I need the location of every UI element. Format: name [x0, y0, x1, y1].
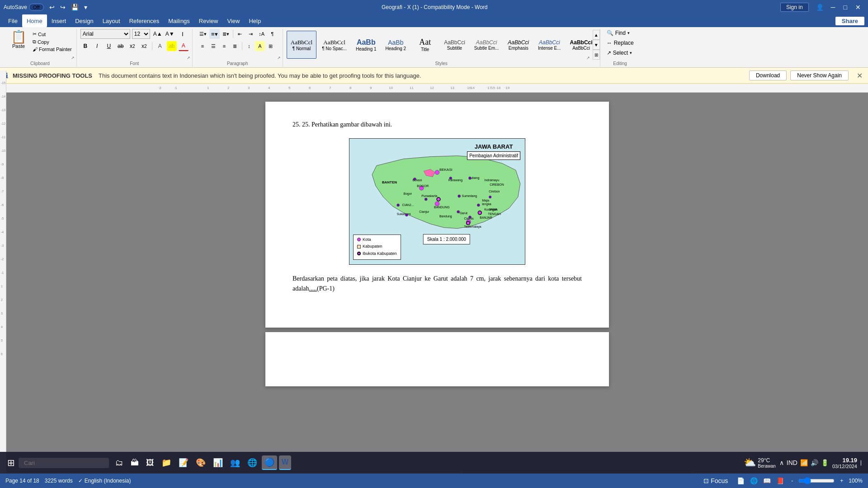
menu-references[interactable]: References: [125, 14, 164, 27]
styles-expand-group-button[interactable]: ↗: [585, 55, 591, 61]
font-family-select[interactable]: Arial: [80, 29, 130, 39]
menu-review[interactable]: Review: [194, 14, 223, 27]
read-mode-button[interactable]: 📖: [761, 476, 773, 485]
align-left-button[interactable]: ≡: [198, 41, 208, 51]
decrease-font-button[interactable]: A▼: [164, 31, 176, 37]
text-effects-button[interactable]: A: [155, 41, 165, 51]
bold-button[interactable]: B: [80, 41, 90, 51]
menu-home[interactable]: Home: [22, 14, 47, 27]
autosave-toggle[interactable]: Off: [29, 4, 43, 11]
taskbar-word[interactable]: W: [279, 455, 291, 470]
decrease-indent-button[interactable]: ⇤: [235, 29, 245, 39]
subscript-button[interactable]: x2: [127, 41, 137, 51]
style-subtle-emphasis[interactable]: AaBbCci Subtle Em...: [471, 31, 502, 59]
select-button[interactable]: ↗ Select ▾: [604, 49, 637, 57]
taskbar-app3[interactable]: 🖼: [143, 455, 157, 470]
find-button[interactable]: 🔍 Find ▾: [604, 29, 637, 37]
taskbar-app5[interactable]: 📝: [176, 455, 191, 470]
style-emphasis[interactable]: AaBbCci Emphasis: [504, 31, 533, 59]
menu-insert[interactable]: Insert: [47, 14, 71, 27]
customize-qat-button[interactable]: ▾: [82, 3, 89, 12]
styles-scroll-up[interactable]: ▲: [593, 30, 596, 40]
clipboard-expand-button[interactable]: ↗: [70, 55, 75, 61]
menu-design[interactable]: Design: [71, 14, 98, 27]
styles-scroll-down[interactable]: ▼: [593, 40, 596, 50]
style-intense-emphasis[interactable]: AaBbCci Intense E...: [534, 31, 565, 59]
bullet-list-button[interactable]: ☰▾: [198, 29, 208, 39]
never-show-button[interactable]: Never Show Again: [790, 70, 849, 80]
taskbar-app4[interactable]: 📁: [159, 455, 174, 470]
clear-formatting-button[interactable]: Ⅰ: [178, 29, 188, 39]
taskbar-chrome[interactable]: 🔵: [262, 455, 277, 470]
align-center-button[interactable]: ☰: [208, 41, 218, 51]
replace-button[interactable]: ↔ Replace: [604, 39, 637, 47]
show-hidden-icons[interactable]: ∧: [779, 459, 784, 466]
style-heading1[interactable]: AaBb Heading 1: [352, 31, 380, 59]
redo-button[interactable]: ↪: [58, 3, 67, 12]
focus-button[interactable]: ⊡ Focus: [702, 476, 730, 485]
shading-button[interactable]: A: [255, 41, 265, 51]
font-color-button[interactable]: A: [179, 41, 189, 51]
strikethrough-button[interactable]: ab: [116, 41, 126, 51]
undo-button[interactable]: ↩: [47, 3, 57, 12]
wifi-icon[interactable]: 📶: [800, 459, 808, 466]
taskbar-app2[interactable]: 🏔: [128, 455, 142, 470]
text-highlight-button[interactable]: ab: [167, 41, 177, 51]
increase-font-button[interactable]: A▲: [152, 31, 164, 37]
answer-text[interactable]: Berdasarkan peta diatas, jika jarak Kota…: [292, 274, 582, 294]
taskbar-app8[interactable]: 👥: [227, 455, 243, 470]
copy-button[interactable]: ⧉ Copy: [32, 38, 73, 45]
menu-file[interactable]: File: [4, 14, 22, 27]
font-size-select[interactable]: 12: [132, 29, 150, 39]
minimize-button[interactable]: ─: [827, 3, 839, 12]
style-heading2[interactable]: AaBb Heading 2: [382, 31, 410, 59]
multilevel-list-button[interactable]: ≣▾: [221, 29, 231, 39]
quick-save-button[interactable]: 💾: [69, 3, 80, 12]
download-button[interactable]: Download: [749, 70, 787, 80]
paragraph-expand-button[interactable]: ↗: [276, 55, 282, 61]
taskbar-search[interactable]: [19, 458, 109, 468]
menu-mailings[interactable]: Mailings: [164, 14, 194, 27]
underline-button[interactable]: U: [104, 41, 114, 51]
italic-button[interactable]: I: [92, 41, 102, 51]
keyboard-lang[interactable]: IND: [787, 459, 797, 466]
justify-button[interactable]: ≣: [230, 41, 240, 51]
start-button[interactable]: ⊞: [4, 455, 19, 470]
zoom-slider[interactable]: [798, 477, 835, 484]
taskbar-edge[interactable]: 🌐: [245, 455, 260, 470]
style-subtitle[interactable]: AaBbCci Subtitle: [440, 31, 469, 59]
maximize-button[interactable]: □: [840, 3, 851, 12]
superscript-button[interactable]: x2: [139, 41, 149, 51]
print-layout-button[interactable]: 📄: [735, 476, 746, 485]
zoom-plus[interactable]: +: [840, 478, 843, 484]
menu-layout[interactable]: Layout: [98, 14, 125, 27]
speaker-icon[interactable]: 🔊: [811, 459, 818, 466]
numbered-list-button[interactable]: ≡▾: [209, 29, 220, 39]
increase-indent-button[interactable]: ⇥: [246, 29, 256, 39]
immersive-reader-button[interactable]: 📕: [774, 476, 786, 485]
show-hide-button[interactable]: ¶: [268, 29, 278, 39]
sort-button[interactable]: ↕A: [257, 29, 267, 39]
clock[interactable]: 19.19 03/12/2024: [832, 457, 857, 469]
taskbar-file-explorer[interactable]: 🗂: [113, 455, 126, 470]
sign-in-button[interactable]: Sign in: [780, 3, 809, 12]
menu-help[interactable]: Help: [244, 14, 265, 27]
share-button[interactable]: Share: [835, 17, 864, 25]
menu-view[interactable]: View: [222, 14, 244, 27]
profile-button[interactable]: 👤: [812, 3, 827, 12]
line-spacing-button[interactable]: ↕: [244, 41, 254, 51]
style-normal[interactable]: AaBbCcl ¶ Normal: [287, 31, 316, 59]
web-layout-button[interactable]: 🌐: [748, 476, 760, 485]
notification-close-button[interactable]: ✕: [857, 71, 863, 80]
cut-button[interactable]: ✂ Cut: [32, 31, 73, 38]
styles-expand-button[interactable]: ⊞: [593, 50, 596, 60]
borders-button[interactable]: ⊞: [266, 41, 276, 51]
style-strong[interactable]: AaBbCci AaBbCci: [566, 31, 596, 59]
font-expand-button[interactable]: ↗: [186, 55, 191, 61]
format-painter-button[interactable]: 🖌 Format Painter: [32, 46, 73, 52]
taskbar-app6[interactable]: 🎨: [193, 455, 208, 470]
style-title[interactable]: Aat Title: [411, 31, 439, 59]
paste-button[interactable]: 📋 Paste: [7, 29, 30, 51]
close-button[interactable]: ✕: [852, 3, 864, 12]
show-desktop-button[interactable]: ▏: [861, 460, 864, 465]
